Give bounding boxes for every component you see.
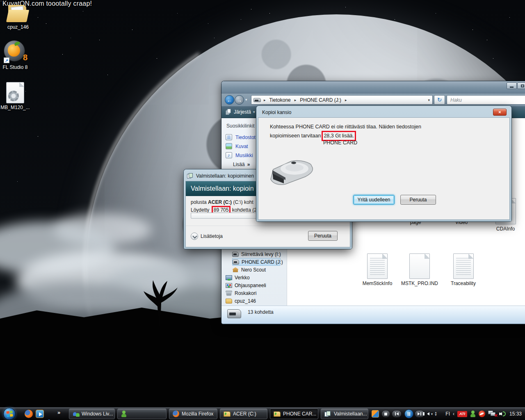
minimize-button[interactable] xyxy=(507,82,517,89)
tree-item-nero-scout[interactable]: Nero Scout xyxy=(232,266,266,274)
taskbar-button-firefox[interactable]: Mozilla Firefox xyxy=(169,409,217,419)
close-button[interactable]: × xyxy=(493,109,507,116)
text-file-icon xyxy=(367,253,388,279)
maximize-button[interactable] xyxy=(517,82,525,89)
progress-title: Valmistellaan: kopioiminen xyxy=(196,173,254,179)
chevron-down-icon: ▾ xyxy=(253,110,255,114)
crumb-separator-icon: ▸ xyxy=(261,98,269,102)
volume-tray-icon[interactable] xyxy=(499,411,507,417)
back-button[interactable]: ← xyxy=(225,95,234,105)
media-player-toolbar: ▾ ▲▼ xyxy=(372,408,444,420)
media-player-icon[interactable] xyxy=(372,410,379,418)
tree-item-ohjauspaneeli[interactable]: Ohjauspaneeli xyxy=(226,281,266,289)
music-icon xyxy=(226,152,232,158)
screen: KuvatON.com toootally craap! cpuz_146 8 … xyxy=(0,0,525,420)
search-box[interactable] xyxy=(447,95,525,105)
cancel-button[interactable]: Peruuta xyxy=(400,195,436,205)
file-item-memstick-ind[interactable]: MEMSTICK.IND xyxy=(523,198,525,232)
desktop-icon-fl-studio[interactable]: 8 ↗ FL Studio 8 xyxy=(0,40,32,70)
firefox-quicklaunch-icon[interactable] xyxy=(25,410,33,418)
details-expander[interactable]: Lisätietoja xyxy=(201,233,223,239)
crumb-separator-icon: ▸ xyxy=(342,98,350,102)
taskbar-button-censored[interactable] xyxy=(117,409,167,419)
taskbar-button-phone-card[interactable]: PHONE CAR... xyxy=(270,409,318,419)
sidebar-item-tiedostot[interactable]: Tiedostot xyxy=(226,134,256,140)
network-icon xyxy=(226,275,232,280)
file-item-memstickinfo[interactable]: MemStickInfo xyxy=(359,253,396,286)
previous-button[interactable] xyxy=(392,410,402,418)
person-icon xyxy=(121,411,127,417)
organize-button[interactable]: Järjestä ▾ xyxy=(226,109,255,115)
device-label: PHONE CARD xyxy=(323,140,357,146)
documents-icon xyxy=(226,134,232,140)
network-disconnected-icon[interactable]: × xyxy=(488,411,496,417)
firefox-icon xyxy=(173,411,179,417)
tree-item-phone-card-j[interactable]: PHONE CARD (J:) xyxy=(232,258,281,266)
folder-icon xyxy=(226,299,232,304)
drive-icon xyxy=(253,98,261,102)
ati-tray-icon[interactable]: ATI xyxy=(457,411,467,417)
messenger-icon xyxy=(73,411,79,417)
tree-item-roskakori[interactable]: Roskakori xyxy=(226,289,256,297)
crumb-separator-icon: ▸ xyxy=(292,98,299,102)
cancel-button[interactable]: Peruuta xyxy=(308,231,338,241)
forward-button[interactable]: → xyxy=(235,95,244,105)
taskbar-button-copy-progress[interactable]: Valmistellaan... xyxy=(321,409,368,419)
refresh-button[interactable]: ↻ xyxy=(434,95,445,105)
tree-item-cpuz146[interactable]: cpuz_146 xyxy=(226,297,256,305)
taskbar-button-acer-c[interactable]: ACER (C:) xyxy=(220,409,267,419)
file-item-mstk-pro-ind[interactable]: MSTK_PRO.IND xyxy=(397,253,442,286)
media-player-quicklaunch-icon[interactable] xyxy=(36,410,44,418)
folder-icon xyxy=(274,411,281,417)
tree-item-removable-disk-i[interactable]: Siirrettävä levy (I:) xyxy=(232,250,281,258)
clock[interactable]: 15:33 xyxy=(509,411,522,417)
history-dropdown-icon[interactable]: ▾ xyxy=(245,98,247,102)
windows-flag-icon xyxy=(6,411,13,417)
explorer-titlebar[interactable] xyxy=(221,81,525,94)
stop-button[interactable] xyxy=(381,410,390,418)
sidebar-item-kuvat[interactable]: Kuvat xyxy=(226,143,248,149)
chevron-down-icon: ▾ xyxy=(431,412,433,416)
sidebar-more-link[interactable]: Lisää » xyxy=(233,162,250,167)
item-count: 13 kohdetta xyxy=(248,309,274,315)
quicklaunch-overflow-icon[interactable]: » xyxy=(57,409,60,415)
taskbar-button-windows-live[interactable]: Windows Liv... xyxy=(69,409,115,419)
organize-icon xyxy=(226,109,231,115)
stars-decor xyxy=(1,1,1,1)
search-input[interactable] xyxy=(447,96,525,104)
control-panel-icon xyxy=(226,283,232,288)
address-dropdown-icon[interactable]: ▾ xyxy=(428,98,432,102)
tree-item-verkko[interactable]: Verkko xyxy=(226,274,250,281)
address-bar: ← → ▾ ▸ Tietokone ▸ PHONE CARD (J:) ▸ ▾ … xyxy=(221,94,525,106)
copy-dialog-title: Kopioi kansio xyxy=(262,110,291,115)
more-chevrons-icon: » xyxy=(247,162,250,167)
language-indicator[interactable]: FI xyxy=(445,411,450,417)
drive-icon xyxy=(232,252,239,257)
folder-icon xyxy=(224,411,231,417)
copy-folder-dialog: Kopioi kansio × Kohteessa PHONE CARD ei … xyxy=(256,106,511,221)
breadcrumb-item-phone-card[interactable]: PHONE CARD (J:) xyxy=(299,97,342,103)
breadcrumb[interactable]: ▸ Tietokone ▸ PHONE CARD (J:) ▸ ▾ xyxy=(251,95,433,105)
antivirus-tray-icon[interactable] xyxy=(479,411,485,417)
sidebar-item-musiikki[interactable]: Musiikki xyxy=(226,152,253,158)
messenger-quicklaunch-icon[interactable] xyxy=(47,418,55,420)
chevron-down-icon[interactable] xyxy=(191,233,198,240)
collapse-chevron-icon[interactable]: ‹ xyxy=(453,411,454,417)
document-gear-icon xyxy=(6,82,24,103)
folder-icon xyxy=(7,5,29,23)
speaker-icon xyxy=(427,412,429,415)
messenger-tray-icon[interactable] xyxy=(470,411,476,417)
volume-button[interactable]: ▾ xyxy=(427,412,433,416)
desktop-icon-cpuz[interactable]: cpuz_146 xyxy=(1,5,35,30)
favorites-header: Suosikkilinkit xyxy=(226,123,255,129)
desktop-icon-mb-m120[interactable]: MB_M120_... xyxy=(0,82,32,110)
breadcrumb-item-tietokone[interactable]: Tietokone xyxy=(269,97,292,103)
pause-button[interactable] xyxy=(404,409,413,418)
start-button[interactable] xyxy=(3,408,16,420)
file-item-traceability[interactable]: Traceability xyxy=(444,253,483,286)
system-tray: FI ‹ ATI × 15:33 xyxy=(445,407,525,420)
copy-dialog-titlebar[interactable]: Kopioi kansio × xyxy=(258,107,510,117)
deskband-spinner[interactable]: ▲▼ xyxy=(434,411,437,416)
retry-button[interactable]: Yritä uudelleen xyxy=(353,195,395,205)
fl-studio-icon: 8 ↗ xyxy=(4,40,27,63)
